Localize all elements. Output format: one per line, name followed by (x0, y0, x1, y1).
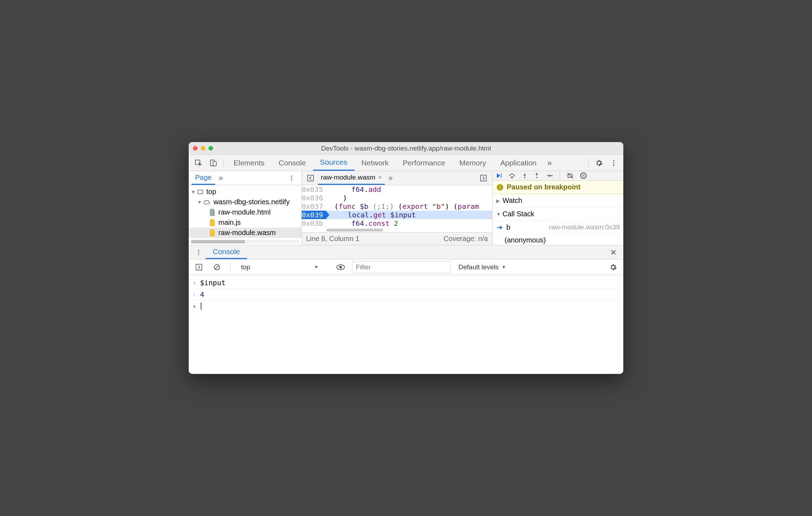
chevron-down-icon: ▼ (314, 264, 318, 270)
console-body[interactable]: ›$input‹4› (189, 275, 623, 374)
inspect-element-icon[interactable] (191, 157, 206, 169)
editor-scrollbar[interactable] (326, 229, 383, 231)
tab-application[interactable]: Application (493, 155, 544, 171)
tree-label: main.js (218, 218, 241, 227)
stack-frame[interactable]: (anonymous) (493, 234, 623, 247)
minimize-window-button[interactable] (201, 146, 205, 151)
step-into-icon[interactable] (522, 172, 528, 179)
navigator-panel: Page » ▼ top ▼ (189, 171, 302, 245)
close-window-button[interactable] (193, 146, 198, 151)
drawer-menu-icon[interactable] (192, 247, 206, 258)
svg-point-5 (613, 164, 614, 166)
prompt-icon: › (192, 302, 200, 310)
svg-rect-18 (584, 175, 584, 177)
code-text: (func $b (;1;) (export "b") (param (326, 202, 479, 211)
tab-sources[interactable]: Sources (313, 155, 354, 171)
settings-icon[interactable] (592, 157, 606, 169)
device-toggle-icon[interactable] (206, 157, 220, 169)
info-icon: i (497, 184, 503, 190)
svg-rect-17 (583, 175, 583, 177)
execution-pointer-icon (326, 211, 329, 219)
levels-label: Default levels (458, 263, 499, 271)
code-editor[interactable]: 0x035 f64.add0x036 )0x037 (func $b (;1;)… (302, 185, 492, 229)
log-levels-selector[interactable]: Default levels ▼ (454, 262, 517, 273)
drawer-console-tab[interactable]: Console (206, 245, 247, 259)
watch-section[interactable]: ▶ Watch (493, 194, 623, 207)
gutter-address: 0x044 (302, 228, 326, 229)
code-line[interactable]: 0x03b f64.const 2 (302, 219, 492, 228)
svg-point-25 (339, 266, 342, 269)
separator (588, 158, 589, 168)
tab-console[interactable]: Console (272, 155, 313, 171)
toggle-navigator-icon[interactable] (303, 172, 318, 184)
tab-network[interactable]: Network (354, 155, 396, 171)
console-text: $input (200, 278, 225, 287)
file-icon (210, 209, 216, 216)
code-line[interactable]: 0x035 f64.add (302, 185, 492, 194)
tree-file-js[interactable]: main.js (189, 217, 301, 228)
step-icon[interactable] (546, 172, 553, 179)
step-out-icon[interactable] (534, 172, 540, 179)
console-settings-icon[interactable] (606, 261, 620, 273)
toggle-debugger-icon[interactable] (476, 172, 491, 184)
devtools-window: DevTools - wasm-dbg-stories.netlify.app/… (189, 142, 623, 374)
tree-top-frame[interactable]: ▼ top (189, 187, 301, 197)
input-marker-icon: › (192, 278, 200, 287)
chevron-down-icon: ▼ (496, 211, 502, 217)
cursor (201, 303, 201, 310)
navigator-menu-icon[interactable] (284, 172, 299, 184)
tree-label: raw-module.wasm (218, 229, 276, 237)
clear-console-icon[interactable] (210, 262, 224, 273)
more-tabs-icon[interactable]: » (543, 156, 555, 170)
filter-input[interactable] (352, 261, 451, 273)
tree-origin[interactable]: ▼ wasm-dbg-stories.netlify (189, 197, 301, 207)
gutter-address: 0x036 (302, 194, 326, 202)
cloud-icon (204, 200, 211, 205)
separator (223, 158, 224, 168)
frame-icon (197, 189, 204, 195)
drawer-tabs: Console (189, 245, 623, 259)
context-selector[interactable]: top ▼ (237, 262, 329, 273)
close-drawer-icon[interactable] (606, 247, 620, 258)
deactivate-breakpoints-icon[interactable] (566, 172, 574, 179)
more-navigator-tabs-icon[interactable]: » (215, 171, 226, 185)
file-icon (210, 229, 216, 236)
code-line[interactable]: 0x039 local.get $input (302, 211, 492, 219)
code-line[interactable]: 0x044 f64.add (302, 228, 492, 229)
maximize-window-button[interactable] (208, 146, 213, 151)
main-tabs: Elements Console Sources Network Perform… (189, 155, 623, 171)
svg-point-8 (291, 180, 292, 181)
kebab-menu-icon[interactable] (606, 157, 621, 169)
svg-point-16 (551, 175, 553, 176)
pause-on-exceptions-icon[interactable] (580, 172, 587, 179)
console-prompt-row[interactable]: › (192, 300, 620, 312)
step-over-icon[interactable] (508, 172, 516, 179)
close-tab-icon[interactable]: × (378, 174, 382, 181)
debugger-panel: i Paused on breakpoint ▶ Watch ▼ Call St… (493, 171, 623, 245)
tab-elements[interactable]: Elements (226, 155, 272, 171)
navigator-page-tab[interactable]: Page (192, 171, 215, 185)
code-line[interactable]: 0x036 ) (302, 194, 492, 202)
tab-memory[interactable]: Memory (452, 155, 493, 171)
more-file-tabs-icon[interactable]: » (385, 171, 396, 185)
navigator-scrollbar[interactable] (191, 240, 299, 244)
code-text: ) (326, 194, 347, 202)
tree-file-wasm[interactable]: raw-module.wasm (189, 228, 301, 238)
console-sidebar-toggle-icon[interactable] (192, 261, 206, 273)
code-line[interactable]: 0x037 (func $b (;1;) (export "b") (param (302, 202, 492, 211)
tree-file-html[interactable]: raw-module.html (189, 207, 301, 217)
chevron-down-icon: ▼ (191, 189, 197, 195)
callstack-section[interactable]: ▼ Call Stack (493, 207, 623, 221)
svg-point-3 (613, 160, 614, 161)
editor-file-tab[interactable]: raw-module.wasm × (318, 171, 385, 185)
coverage-status: Coverage: n/a (443, 235, 488, 243)
tab-performance[interactable]: Performance (396, 155, 452, 171)
live-expression-icon[interactable] (333, 262, 348, 272)
callstack-label: Call Stack (502, 210, 534, 218)
separator (560, 171, 560, 180)
resume-icon[interactable] (495, 172, 502, 179)
svg-rect-11 (481, 175, 487, 181)
stack-frame[interactable]: ➔braw-module.wasm:0x39 (493, 221, 623, 234)
gutter-address: 0x03b (302, 219, 326, 228)
code-text: f64.add (326, 228, 381, 229)
